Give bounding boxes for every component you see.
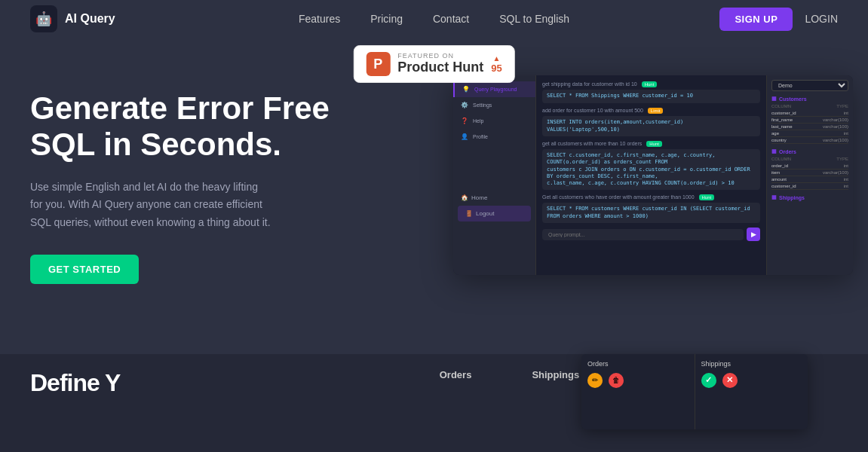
- prompt-send-button[interactable]: ▶: [747, 228, 760, 241]
- col-customer-id: customer_id: [771, 111, 796, 115]
- col-type-amount-int: int: [844, 177, 848, 182]
- table-row: order_id int: [771, 163, 848, 170]
- mini-panel-right-actions: ✓ ✕: [701, 372, 802, 388]
- sidebar-item-profile[interactable]: 👤 Profile: [453, 129, 535, 145]
- bottom-section: Define Y Orders Shippings Orders ✏ 🗑 Shi…: [0, 354, 868, 452]
- login-button[interactable]: LOGIN: [805, 13, 838, 25]
- bottom-col-orders: Orders: [440, 369, 472, 385]
- nav-contact[interactable]: Contact: [433, 13, 469, 25]
- shippings-table-header: ▦ Shippings: [771, 194, 848, 200]
- mini-app-panel: Orders ✏ 🗑 Shippings ✓ ✕: [581, 354, 808, 429]
- mini-panel-orders-title: Orders: [587, 360, 689, 368]
- query-block-3: get all customers with more than 10 orde…: [542, 141, 760, 189]
- sidebar-logout[interactable]: 🚪 Logout: [458, 206, 531, 221]
- col-type-cid-int: int: [844, 184, 848, 188]
- logout-icon: 🚪: [465, 210, 473, 217]
- col-customer-id-fk: customer_id: [771, 184, 796, 188]
- customers-table-header: ▦ Customers: [771, 96, 848, 102]
- ph-votes: ▲ 95: [491, 54, 501, 74]
- settings-icon: ⚙️: [461, 102, 468, 108]
- sidebar-label-playground: Query Playground: [474, 87, 517, 92]
- query-label-1: get shipping data for customer with id 1…: [542, 81, 760, 87]
- shippings-table-section: ▦ Shippings: [771, 194, 848, 200]
- hero-title: Generate Error Free SQL in Seconds.: [30, 90, 347, 163]
- col-type-varchar100b: varchar(100): [823, 124, 848, 129]
- sidebar-home-label: Home: [471, 194, 487, 201]
- logo[interactable]: 🤖 AI Query: [30, 5, 115, 32]
- confirm-button[interactable]: ✓: [701, 373, 716, 388]
- delete-button[interactable]: 🗑: [609, 373, 624, 388]
- query-code-2: INSERT INTO orders(item,amount,customer_…: [542, 116, 760, 137]
- home-icon: 🏠: [461, 194, 468, 201]
- sidebar-home[interactable]: 🏠 Home: [453, 190, 535, 206]
- col-header-type: TYPE: [836, 104, 848, 108]
- orders-label: Orders: [779, 149, 796, 154]
- col-type-order-int: int: [844, 163, 848, 168]
- bottom-logo-text: Define Y: [30, 369, 181, 397]
- check-icon: ✓: [705, 375, 712, 385]
- sidebar-item-help[interactable]: ❓ Help: [453, 113, 535, 129]
- ph-logo-icon: P: [366, 52, 390, 76]
- cancel-button[interactable]: ✕: [722, 373, 738, 388]
- app-right-panel: Demo ▦ Customers COLUMN TYPE customer_id…: [766, 75, 853, 275]
- table-row: country varchar(100): [771, 137, 848, 144]
- x-icon: ✕: [726, 375, 733, 385]
- table-row: last_name varchar(100): [771, 124, 848, 130]
- app-prompt: ▶: [542, 228, 760, 241]
- hero-section: P FEATURED ON Product Hunt ▲ 95 Generate…: [0, 45, 868, 369]
- ph-vote-count: 95: [491, 63, 501, 74]
- col-item: item: [771, 170, 780, 175]
- nav-pricing[interactable]: Pricing: [370, 13, 403, 25]
- delete-icon: 🗑: [612, 376, 620, 384]
- product-hunt-badge[interactable]: P FEATURED ON Product Hunt ▲ 95: [353, 45, 514, 83]
- col-type-varchar100: varchar(100): [823, 118, 848, 122]
- nav-features[interactable]: Features: [299, 13, 340, 25]
- col-type-int: int: [844, 111, 848, 115]
- col-type-varchar100c: varchar(100): [823, 138, 848, 142]
- table-row: customer_id int: [771, 110, 848, 117]
- customers-label: Customers: [779, 96, 807, 102]
- signup-button[interactable]: SIGN UP: [719, 8, 793, 31]
- table-row: customer_id int: [771, 183, 848, 190]
- help-icon: ❓: [461, 118, 468, 124]
- nav-sql-to-english[interactable]: SQL to English: [499, 13, 569, 25]
- query-tag-1: Hunt: [642, 81, 658, 87]
- mini-panel-left: Orders ✏ 🗑: [581, 354, 695, 429]
- query-label-4: Get all customers who have order with am…: [542, 194, 760, 200]
- query-code-1: SELECT * FROM Shippings WHERE customer_i…: [542, 90, 760, 103]
- ph-name: Product Hunt: [397, 60, 483, 76]
- col-type-item-varchar: varchar(100): [823, 170, 848, 175]
- orders-col-header: COLUMN: [771, 157, 791, 161]
- edit-button[interactable]: ✏: [587, 373, 603, 388]
- profile-icon: 👤: [461, 133, 468, 140]
- query-playground-icon: 💡: [462, 86, 470, 93]
- app-screenshot: 💡 Query Playground ⚙️ Settings ❓ Help 👤 …: [453, 75, 853, 275]
- db-selector[interactable]: Demo: [771, 80, 848, 91]
- orders-type-header: TYPE: [836, 157, 848, 161]
- table-row: first_name varchar(100): [771, 117, 848, 124]
- get-started-button[interactable]: GET STARTED: [30, 255, 139, 284]
- orders-table-icon: ▦: [771, 148, 777, 154]
- app-main: get shipping data for customer with id 1…: [536, 75, 766, 275]
- app-sidebar: 💡 Query Playground ⚙️ Settings ❓ Help 👤 …: [453, 75, 536, 275]
- mini-panel-left-actions: ✏ 🗑: [587, 372, 689, 388]
- col-type-int-age: int: [844, 131, 848, 136]
- table-row: item varchar(100): [771, 170, 848, 176]
- logo-text: AI Query: [65, 12, 115, 26]
- nav-actions: SIGN UP LOGIN: [719, 8, 838, 31]
- sidebar-item-query-playground[interactable]: 💡 Query Playground: [453, 81, 535, 97]
- ph-text: FEATURED ON Product Hunt: [397, 52, 483, 76]
- col-order-id: order_id: [771, 163, 788, 168]
- query-block-4: Get all customers who have order with am…: [542, 194, 760, 224]
- prompt-input[interactable]: [542, 229, 744, 240]
- hero-left: Generate Error Free SQL in Seconds. Use …: [30, 45, 347, 369]
- shippings-label: Shippings: [779, 195, 805, 200]
- mini-panel-shippings-title: Shippings: [701, 360, 802, 368]
- customers-table-section: ▦ Customers COLUMN TYPE customer_id int …: [771, 96, 848, 144]
- sidebar-item-settings[interactable]: ⚙️ Settings: [453, 97, 535, 113]
- nav-links: Features Pricing Contact SQL to English: [299, 13, 569, 25]
- col-country: country: [771, 138, 787, 142]
- col-age: age: [771, 131, 779, 136]
- sidebar-logout-label: Logout: [476, 210, 494, 217]
- logo-emoji: 🤖: [35, 11, 52, 27]
